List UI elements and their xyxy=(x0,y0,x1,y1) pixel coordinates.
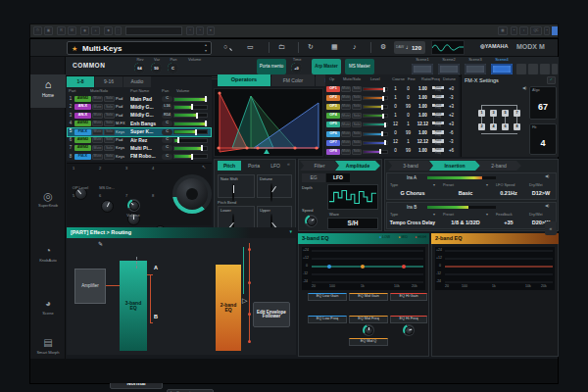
daw-tempo-box[interactable]: DAW ♩ 120 xyxy=(394,41,425,54)
pencil-icon[interactable]: ✎ xyxy=(98,241,103,247)
operator-row[interactable]: OP7 Mute Solo 12 1 12.12 RatioFreq -3 xyxy=(326,139,458,147)
collapse-icon[interactable]: « xyxy=(287,162,290,167)
ratio-freq-toggle[interactable]: RatioFreq xyxy=(432,148,444,155)
scene-1-button[interactable] xyxy=(412,64,433,74)
part-volume-slider[interactable] xyxy=(173,113,208,118)
lock-icon[interactable]: ▪ xyxy=(544,26,550,35)
solo-button[interactable]: Solo xyxy=(104,121,115,126)
operator-row[interactable]: OP5 Mute Solo 12 1 12.12 RatioFreq +3 xyxy=(326,121,458,128)
dropdown-icon[interactable]: ▾ xyxy=(433,183,435,187)
tab-2band[interactable]: 2-band xyxy=(476,161,521,171)
speaker-icon[interactable]: ◀) xyxy=(545,204,549,208)
write-automation-button[interactable]: W xyxy=(68,26,76,35)
pan-chip[interactable]: R14 xyxy=(162,113,172,119)
assign-knob-7[interactable] xyxy=(127,199,140,212)
pan-chip[interactable]: C xyxy=(162,121,172,126)
ins-a-dry-wet[interactable]: D12>W xyxy=(526,189,556,199)
tab-fm-color[interactable]: FM Color xyxy=(271,74,315,86)
scene-4-button[interactable] xyxy=(491,64,513,74)
scene-6-button[interactable] xyxy=(528,64,538,74)
op-level-slider[interactable] xyxy=(363,114,388,118)
sidebar-item-home[interactable]: ⌂ Home xyxy=(30,74,66,108)
op-level-slider[interactable] xyxy=(363,141,388,145)
collapse-panel-icon[interactable]: « xyxy=(545,221,557,235)
part-row[interactable]: 6 AWM2 Mute Solo Pad Air Rez C xyxy=(68,136,211,144)
op-level-slider[interactable] xyxy=(363,132,388,136)
bypass-icon[interactable]: ▣ xyxy=(44,26,53,35)
op-solo-button[interactable]: Solo xyxy=(352,113,362,119)
ins-b-type[interactable]: Tempo Cross Delay xyxy=(388,218,437,228)
variation-knob[interactable]: 50 xyxy=(151,63,162,74)
scene-8-button[interactable] xyxy=(552,64,558,74)
tab-pitch[interactable]: Pitch xyxy=(218,161,241,171)
mute-button[interactable]: Mute xyxy=(92,154,103,160)
op-mute-button[interactable]: Mute xyxy=(341,95,351,101)
solo-button[interactable]: Solo xyxy=(104,154,115,160)
quick-controls-button[interactable]: QC xyxy=(530,26,542,35)
monitor-icon[interactable]: ▭ xyxy=(247,43,254,50)
ins-a-lfo-speed[interactable]: 0.21Hz xyxy=(493,189,524,199)
op-mute-button[interactable]: Mute xyxy=(341,140,351,146)
pan-chip[interactable]: L16 xyxy=(162,104,172,110)
ratio-freq-toggle[interactable]: RatioFreq xyxy=(432,104,444,111)
feedback-box[interactable]: Fb 4 xyxy=(529,123,557,155)
tab-parts-audio[interactable]: Audio xyxy=(123,76,151,87)
part-volume-slider[interactable] xyxy=(173,122,208,126)
tab-3band[interactable]: 3-band xyxy=(388,161,433,171)
op-level-slider[interactable] xyxy=(363,105,388,109)
super-knob[interactable] xyxy=(172,174,212,214)
bend-lower-cell[interactable]: Lower xyxy=(218,206,255,228)
part-row[interactable]: 1 AWM2 Mute Solo Pad Main Pad C xyxy=(68,95,211,103)
speaker-icon[interactable]: ◀) xyxy=(522,86,526,90)
operator-row[interactable]: OP6 Mute Solo 0 99 1.00 RatioFreq -6 xyxy=(326,130,458,138)
tab-amplitude[interactable]: Amplitude xyxy=(335,161,380,171)
keyboard-icon[interactable]: ▦ xyxy=(498,26,508,35)
op-solo-button[interactable]: Solo xyxy=(352,140,362,146)
op-solo-button[interactable]: Solo xyxy=(352,104,362,110)
sync-icon[interactable]: ↻ xyxy=(308,43,314,50)
tab-lfo[interactable]: LFO xyxy=(326,173,350,182)
user-icon[interactable]: ◆ xyxy=(104,26,113,35)
eq-hi-freq-knob[interactable] xyxy=(403,324,415,336)
bend-upper-cell[interactable]: Upper xyxy=(257,206,292,228)
solo-button[interactable]: Solo xyxy=(104,96,115,102)
part-row[interactable]: 4 AWM2 Mute Solo M.FX Enh Bangs C xyxy=(68,120,211,127)
power-icon[interactable]: ⏻ xyxy=(33,26,42,35)
part-row[interactable]: 8 FM-X Mute Solo Keys FM Robo... C xyxy=(68,153,211,161)
next-preset-icon[interactable]: › xyxy=(196,26,204,35)
solo-button[interactable]: Solo xyxy=(104,113,115,119)
solo-button[interactable]: Solo xyxy=(104,137,115,143)
assign-knob-2[interactable] xyxy=(101,200,114,213)
ratio-freq-toggle[interactable]: RatioFreq xyxy=(432,130,444,137)
part-volume-slider[interactable] xyxy=(173,146,208,151)
preset-name-box[interactable] xyxy=(125,26,182,35)
add-icon[interactable]: + xyxy=(91,26,100,35)
ratio-freq-toggle[interactable]: RatioFreq xyxy=(432,86,444,93)
part-row-selected[interactable]: 5 FM-X Mute Solo Keys Super K... C xyxy=(68,128,211,136)
tab-pitch-lfo[interactable]: LFO xyxy=(267,161,284,171)
music-note-icon[interactable]: ♪ xyxy=(353,43,357,50)
op-mute-button[interactable]: Mute xyxy=(341,113,351,119)
eq2-block[interactable]: 2-band EQ xyxy=(216,265,241,351)
search-icon[interactable]: ○ xyxy=(223,43,227,50)
porta-time-knob[interactable]: +0 xyxy=(291,63,302,74)
op-solo-button[interactable]: Solo xyxy=(352,122,362,127)
operator-row[interactable]: OP1 Mute Solo 1 0 1.00 RatioFreq +0 xyxy=(326,85,458,93)
blue-handle-icon[interactable] xyxy=(552,26,558,35)
pan-chip[interactable]: C xyxy=(162,96,172,102)
arp-master-button[interactable]: Arp Master xyxy=(312,59,341,74)
eq-mid-freq-knob[interactable] xyxy=(363,324,374,336)
algo-box[interactable]: Algo 67 xyxy=(529,86,557,120)
gear-icon[interactable]: ⚙ xyxy=(380,43,386,50)
dropdown-icon[interactable]: ▾ xyxy=(486,213,488,217)
op-mute-button[interactable]: Mute xyxy=(341,149,351,155)
detune-cell[interactable]: Detune xyxy=(257,174,292,198)
part-row[interactable]: 7 AWM2 Mute Solo Keys Multi Pi... C xyxy=(68,144,211,152)
operator-row[interactable]: OP2 Mute Solo 1 0 1.00 RatioFreq -3 xyxy=(326,94,458,102)
scene-3-button[interactable] xyxy=(465,64,486,74)
operator-row[interactable]: OP8 Mute Solo 0 99 1.00 RatioFreq +6 xyxy=(326,148,458,156)
pan-chip[interactable]: C xyxy=(162,145,172,151)
ins-a-preset[interactable]: Basic xyxy=(441,189,490,199)
prev-preset-icon[interactable]: ‹ xyxy=(186,26,194,35)
performance-name-box[interactable]: ★ Multi-Keys ▴ ▾ xyxy=(67,41,212,55)
